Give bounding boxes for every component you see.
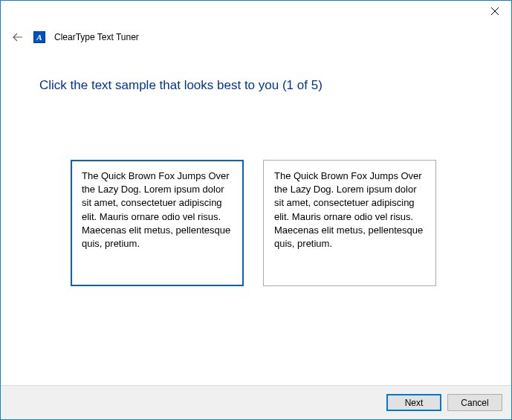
text-sample-1[interactable]: The Quick Brown Fox Jumps Over the Lazy …	[71, 160, 244, 286]
samples-container: The Quick Brown Fox Jumps Over the Lazy …	[39, 160, 473, 286]
back-button[interactable]	[11, 30, 25, 44]
app-title: ClearType Text Tuner	[54, 32, 139, 42]
footer: Next Cancel	[1, 385, 511, 419]
text-sample-2[interactable]: The Quick Brown Fox Jumps Over the Lazy …	[263, 160, 436, 286]
cancel-button[interactable]: Cancel	[447, 394, 502, 411]
back-arrow-icon	[12, 31, 24, 43]
instruction-heading: Click the text sample that looks best to…	[39, 78, 473, 93]
header: A ClearType Text Tuner	[1, 23, 511, 48]
content-area: Click the text sample that looks best to…	[1, 48, 511, 385]
window: A ClearType Text Tuner Click the text sa…	[0, 0, 512, 420]
close-button[interactable]	[478, 1, 511, 22]
next-button[interactable]: Next	[386, 394, 441, 411]
app-icon: A	[33, 31, 45, 43]
close-icon	[491, 7, 499, 15]
titlebar	[1, 1, 511, 23]
